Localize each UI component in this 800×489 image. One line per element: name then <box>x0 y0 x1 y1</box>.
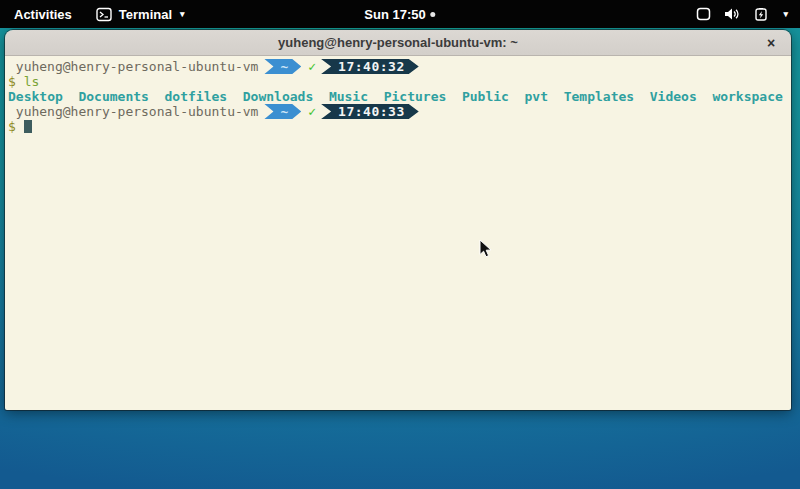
activities-label: Activities <box>14 7 72 22</box>
prompt-cwd: ~ <box>280 59 288 74</box>
prompt-time: 17:40:32 <box>338 59 405 74</box>
prompt-status-check-icon: ✓ <box>308 104 316 119</box>
close-icon: × <box>767 35 775 51</box>
screen-share-icon <box>696 7 711 21</box>
directory-name: Videos <box>650 89 697 104</box>
prompt-time-segment: 17:40:33 <box>321 104 419 119</box>
directory-name: dotfiles <box>165 89 228 104</box>
top-bar-left: Activities Terminal ▾ <box>0 0 195 28</box>
input-line: $ <box>8 119 787 134</box>
app-menu-terminal[interactable]: Terminal ▾ <box>86 0 195 28</box>
activities-button[interactable]: Activities <box>0 0 86 28</box>
directory-name: Pictures <box>384 89 447 104</box>
top-bar: Activities Terminal ▾ Sun 17:50 <box>0 0 800 28</box>
shell-prompt-char: $ <box>8 119 16 134</box>
directory-name: pvt <box>525 89 548 104</box>
prompt-cwd-segment: ~ <box>264 104 301 119</box>
window-titlebar[interactable]: yuheng@henry-personal-ubuntu-vm: ~ × <box>5 30 791 56</box>
terminal-cursor <box>24 120 32 133</box>
chevron-down-icon: ▾ <box>783 9 788 19</box>
directory-name: Documents <box>78 89 148 104</box>
clock-button[interactable]: Sun 17:50 <box>364 0 435 28</box>
terminal-screen[interactable]: yuheng@henry-personal-ubuntu-vm ~ ✓ 17:4… <box>5 56 791 410</box>
prompt-cwd-segment: ~ <box>264 59 301 74</box>
prompt-status-check-icon: ✓ <box>308 59 316 74</box>
close-button[interactable]: × <box>760 30 782 55</box>
prompt-cwd: ~ <box>280 104 288 119</box>
directory-name: workspace <box>712 89 782 104</box>
terminal-app-icon <box>96 7 112 22</box>
desktop-background: yuheng@henry-personal-ubuntu-vm: ~ × yuh… <box>0 28 800 489</box>
chevron-down-icon: ▾ <box>180 9 185 19</box>
prompt-user: yuheng@henry-personal-ubuntu-vm <box>8 59 258 74</box>
app-menu-label: Terminal <box>119 7 172 22</box>
notification-dot <box>431 12 436 17</box>
command-line: $ ls <box>8 74 787 89</box>
window-title: yuheng@henry-personal-ubuntu-vm: ~ <box>278 35 518 50</box>
volume-icon <box>724 7 740 21</box>
battery-charging-icon <box>753 8 770 21</box>
terminal-window: yuheng@henry-personal-ubuntu-vm: ~ × yuh… <box>5 30 791 410</box>
ls-output-line: Desktop Documents dotfiles Downloads Mus… <box>8 89 787 104</box>
clock-label: Sun 17:50 <box>364 7 425 22</box>
directory-name: Downloads <box>243 89 313 104</box>
directory-name: Public <box>462 89 509 104</box>
prompt-line: yuheng@henry-personal-ubuntu-vm ~ ✓ 17:4… <box>8 59 787 74</box>
directory-name: Templates <box>564 89 634 104</box>
prompt-time-segment: 17:40:32 <box>321 59 419 74</box>
directory-name: Desktop <box>8 89 63 104</box>
prompt-time: 17:40:33 <box>338 104 405 119</box>
shell-prompt-char: $ <box>8 74 16 89</box>
prompt-line: yuheng@henry-personal-ubuntu-vm ~ ✓ 17:4… <box>8 104 787 119</box>
directory-name: Music <box>329 89 368 104</box>
command-text: ls <box>16 74 39 89</box>
prompt-user: yuheng@henry-personal-ubuntu-vm <box>8 104 258 119</box>
system-tray[interactable]: ▾ <box>684 0 800 28</box>
